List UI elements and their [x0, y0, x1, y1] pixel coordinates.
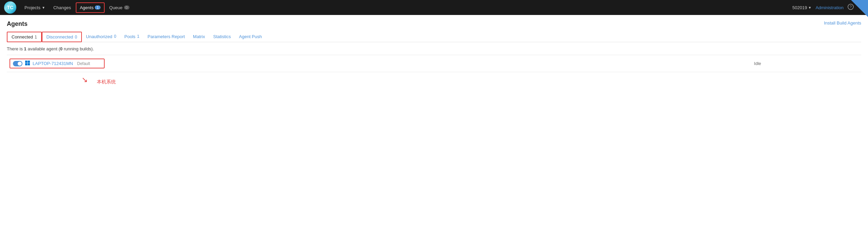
agent-name[interactable]: LAPTOP-712431MN [33, 61, 73, 66]
svg-rect-6 [25, 63, 28, 66]
install-build-agents-link[interactable]: Install Build Agents [824, 20, 861, 26]
tc-logo[interactable]: TC [4, 1, 16, 14]
page-content: Agents Install Build Agents Connected 1 … [0, 15, 868, 108]
agent-status: Idle [748, 55, 861, 72]
agents-table: LAPTOP-712431MN Default Idle [7, 55, 861, 72]
annotation-arrow: ↗ [82, 76, 88, 84]
agents-badge: 1 [95, 5, 100, 10]
topnav: TC Projects ▼ Changes Agents 1 Queue 0 5… [0, 0, 868, 15]
tab-pools[interactable]: Pools 1 [120, 32, 143, 42]
tab-matrix[interactable]: Matrix [189, 32, 209, 42]
table-row: LAPTOP-712431MN Default Idle [7, 55, 861, 72]
windows-icon [25, 61, 30, 66]
agent-toggle[interactable] [13, 61, 22, 66]
agent-summary: There is 1 available agent (0 running bu… [7, 46, 861, 51]
svg-rect-5 [28, 61, 30, 63]
agent-info-cell: LAPTOP-712431MN Default [7, 55, 748, 72]
tab-connected[interactable]: Connected 1 [7, 32, 42, 42]
user-id[interactable]: 502019 ▼ [792, 5, 811, 10]
tab-parameters-report[interactable]: Parameters Report [143, 32, 189, 42]
annotation-layer: ↗ 本机系统 [7, 76, 861, 103]
tab-unauthorized[interactable]: Unauthorized 0 [82, 32, 120, 42]
nav-queue[interactable]: Queue 0 [106, 3, 133, 12]
tab-agent-push[interactable]: Agent Push [235, 32, 266, 42]
agent-info: LAPTOP-712431MN Default [10, 59, 105, 68]
svg-rect-4 [25, 61, 28, 63]
tab-disconnected[interactable]: Disconnected 0 [42, 32, 82, 42]
corner-decoration [851, 0, 868, 17]
annotation-text: 本机系统 [97, 79, 116, 85]
page-title: Agents [7, 20, 861, 28]
tab-statistics[interactable]: Statistics [209, 32, 235, 42]
tabs-bar: Connected 1 Disconnected 0 Unauthorized … [7, 32, 861, 42]
nav-projects[interactable]: Projects ▼ [21, 3, 49, 12]
nav-items: Projects ▼ Changes Agents 1 Queue 0 [21, 2, 792, 13]
svg-rect-7 [28, 63, 30, 66]
queue-badge: 0 [124, 5, 129, 10]
nav-changes[interactable]: Changes [50, 3, 74, 12]
agent-pool: Default [77, 61, 90, 66]
nav-agents[interactable]: Agents 1 [76, 2, 105, 13]
admin-link[interactable]: Administration [816, 5, 844, 10]
